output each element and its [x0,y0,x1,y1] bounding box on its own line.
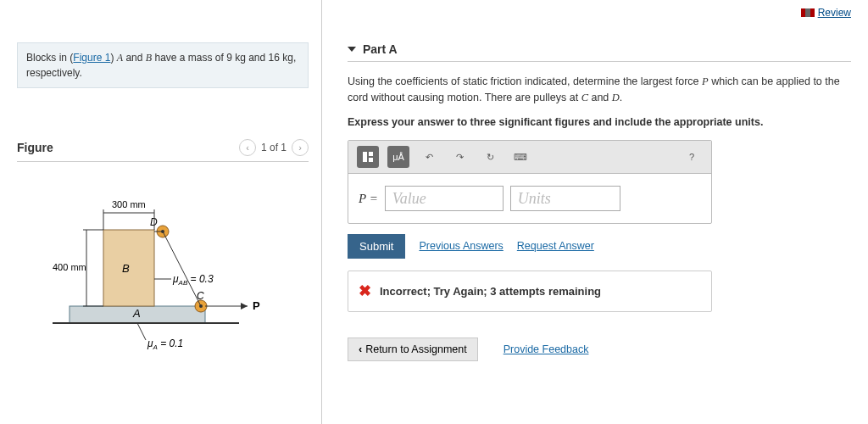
dim-400: 400 mm [53,262,86,272]
help-button[interactable]: ? [681,146,703,168]
figure-title: Figure [17,141,53,154]
review-link[interactable]: Review [801,7,851,19]
units-input[interactable]: Units [510,186,620,211]
submit-button[interactable]: Submit [348,234,405,259]
svg-marker-9 [241,303,248,310]
part-body: Using the coefficients of static frictio… [348,74,851,361]
keyboard-button[interactable]: ⌨ [509,146,531,168]
request-answer-link[interactable]: Request Answer [517,238,594,254]
redo-button[interactable]: ↷ [448,146,470,168]
p-equals-label: P = [359,189,378,209]
units-mu-button[interactable]: μÅ [387,146,409,168]
answer-input-box: μÅ ↶ ↷ ↻ ⌨ ? P = Value Units [348,140,712,224]
svg-rect-21 [363,152,367,162]
flag-icon [801,8,815,17]
part-instruction: Express your answer to three significant… [348,114,851,131]
provide-feedback-link[interactable]: Provide Feedback [504,342,589,358]
feedback-box: ✖ Incorrect; Try Again; 3 attempts remai… [348,271,712,312]
svg-rect-23 [369,158,373,162]
answer-toolbar: μÅ ↶ ↷ ↻ ⌨ ? [348,141,711,174]
label-B: B [122,262,130,275]
problem-statement: Blocks in (Figure 1) A and B have a mass… [17,42,309,88]
svg-rect-22 [369,152,373,156]
figure-next-button[interactable]: › [292,139,309,156]
feedback-text: Incorrect; Try Again; 3 attempts remaini… [380,283,601,300]
topbar: Review [801,7,851,20]
figure-header: Figure ‹ 1 of 1 › [17,139,309,162]
part-prompt: Using the coefficients of static frictio… [348,74,851,106]
part-title: Part A [363,42,398,56]
reset-button[interactable]: ↻ [479,146,501,168]
right-pane: Review Part A Using the coefficients of … [322,0,868,424]
figure-link[interactable]: Figure 1 [73,52,110,64]
chevron-left-icon: ‹ [359,343,362,355]
label-P: P [253,299,260,312]
caret-down-icon [348,47,356,52]
figure-diagram: B A D C P [17,179,309,357]
incorrect-icon: ✖ [359,280,371,303]
template-button[interactable] [357,146,379,168]
svg-line-7 [163,232,201,306]
svg-line-19 [137,323,146,340]
dim-300: 300 mm [112,199,146,209]
return-to-assignment-button[interactable]: ‹ Return to Assignment [348,338,478,361]
figure-prev-button[interactable]: ‹ [239,139,256,156]
figure-counter: 1 of 1 [261,142,287,153]
left-pane: Blocks in (Figure 1) A and B have a mass… [0,0,322,424]
part-header[interactable]: Part A [348,42,851,62]
value-input[interactable]: Value [385,186,504,211]
previous-answers-link[interactable]: Previous Answers [419,238,503,254]
label-A: A [132,307,141,320]
undo-button[interactable]: ↶ [418,146,440,168]
svg-text:μAB = 0.3: μAB = 0.3 [172,273,214,287]
svg-text:μA = 0.1: μA = 0.1 [147,338,183,351]
